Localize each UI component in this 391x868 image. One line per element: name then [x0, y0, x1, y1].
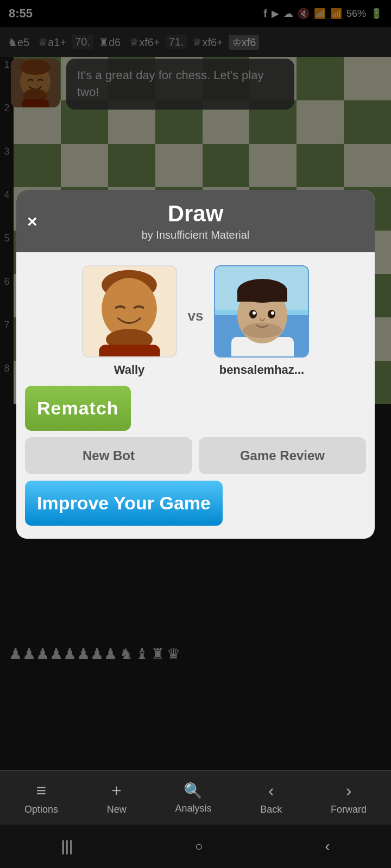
player1-avatar: [82, 265, 177, 358]
nav-analysis-label: Analysis: [175, 803, 211, 814]
new-icon: +: [111, 781, 122, 801]
android-nav: ||| ○ ‹: [0, 825, 391, 868]
options-icon: ≡: [36, 781, 47, 801]
svg-point-20: [253, 311, 256, 315]
back-icon: ‹: [268, 781, 274, 801]
new-bot-button[interactable]: New Bot: [25, 437, 192, 474]
modal-subtitle: by Insufficient Material: [142, 229, 250, 241]
nav-analysis[interactable]: 🔍 Analysis: [175, 782, 211, 814]
nav-forward[interactable]: › Forward: [331, 781, 367, 815]
improve-game-button[interactable]: Improve Your Game: [25, 481, 223, 526]
analysis-icon: 🔍: [184, 782, 203, 800]
nav-new-label: New: [107, 804, 127, 815]
svg-rect-17: [237, 291, 287, 302]
draw-modal: × Draw by Insufficient Material: [16, 190, 375, 539]
players-row: Wally vs: [16, 252, 375, 386]
secondary-buttons-row: New Bot Game Review: [25, 437, 366, 474]
vs-label: vs: [188, 308, 204, 324]
modal-title: Draw: [168, 201, 224, 227]
game-review-button[interactable]: Game Review: [199, 437, 366, 474]
nav-new[interactable]: + New: [107, 781, 127, 815]
android-home-button[interactable]: ○: [195, 839, 203, 854]
forward-icon: ›: [346, 781, 352, 801]
modal-header: × Draw by Insufficient Material: [16, 190, 375, 252]
nav-back[interactable]: ‹ Back: [260, 781, 282, 815]
nav-options-label: Options: [24, 804, 58, 815]
bottom-nav: ≡ Options + New 🔍 Analysis ‹ Back › Forw…: [0, 770, 391, 825]
wally-avatar-svg: [83, 265, 176, 358]
nav-forward-label: Forward: [331, 804, 367, 815]
svg-rect-9: [99, 345, 160, 358]
android-recent-button[interactable]: |||: [61, 838, 73, 855]
player2-avatar: [214, 265, 309, 358]
player2-card: bensalemhaz...: [214, 265, 309, 377]
nav-back-label: Back: [260, 804, 282, 815]
rematch-button[interactable]: Rematch: [25, 386, 131, 431]
player2-avatar-svg: [215, 266, 309, 358]
player1-name: Wally: [114, 363, 145, 377]
nav-options[interactable]: ≡ Options: [24, 781, 58, 815]
svg-point-21: [271, 311, 274, 315]
player2-name: bensalemhaz...: [219, 363, 305, 377]
android-back-button[interactable]: ‹: [325, 838, 330, 855]
player1-card: Wally: [82, 265, 177, 377]
close-button[interactable]: ×: [27, 211, 37, 231]
svg-point-22: [243, 323, 282, 338]
